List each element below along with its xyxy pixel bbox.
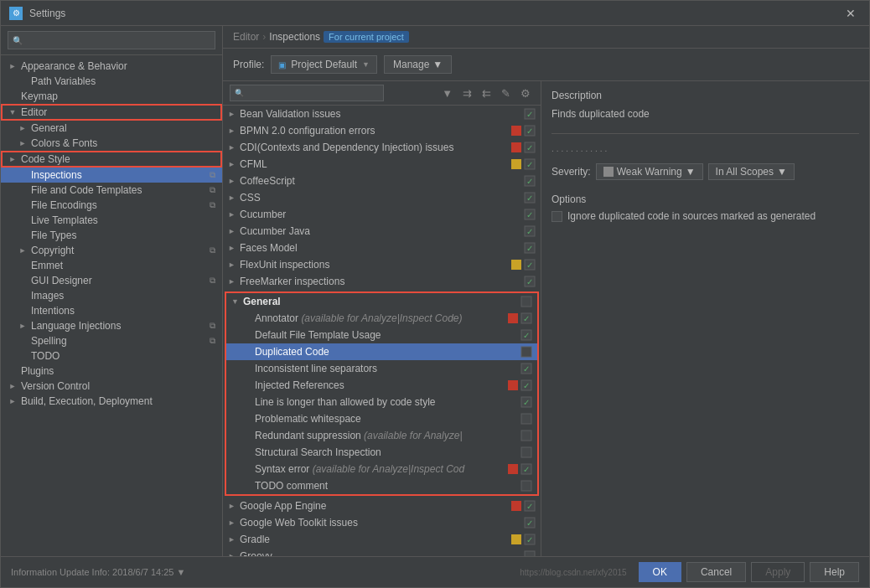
insp-cdi[interactable]: ► CDI(Contexts and Dependency Injection)… bbox=[223, 139, 541, 156]
insp-google-app-engine[interactable]: ► Google App Engine ✓ bbox=[223, 498, 541, 514]
sidebar-item-path-variables[interactable]: Path Variables bbox=[1, 74, 222, 89]
svg-text:✓: ✓ bbox=[526, 277, 533, 286]
sidebar-item-plugins[interactable]: Plugins bbox=[1, 364, 222, 379]
sidebar-item-editor[interactable]: Editor bbox=[1, 104, 222, 121]
severity-row: Severity: Weak Warning ▼ In All Scopes ▼ bbox=[552, 163, 859, 180]
sidebar-item-file-code-templates[interactable]: File and Code Templates ⧉ bbox=[1, 183, 222, 198]
insp-coffeescript[interactable]: ► CoffeeScript ✓ bbox=[223, 173, 541, 189]
sidebar-item-version-control[interactable]: Version Control bbox=[1, 379, 222, 394]
sidebar-item-live-templates[interactable]: Live Templates bbox=[1, 213, 222, 228]
severity-color-indicator bbox=[511, 159, 521, 169]
insp-gradle[interactable]: ► Gradle ✓ bbox=[223, 531, 541, 548]
sidebar-item-todo[interactable]: TODO bbox=[1, 348, 222, 364]
manage-button[interactable]: Manage ▼ bbox=[384, 55, 452, 74]
decoration-dots: ............ bbox=[552, 144, 859, 153]
insp-syntax-error[interactable]: Syntax error (available for Analyze|Insp… bbox=[226, 461, 537, 477]
check-placeholder bbox=[524, 550, 536, 556]
scope-dropdown[interactable]: In All Scopes ▼ bbox=[708, 163, 795, 180]
leaf-icon bbox=[18, 230, 28, 240]
scope-arrow-icon: ▼ bbox=[777, 166, 787, 178]
row-arrow-icon: ► bbox=[228, 502, 240, 510]
settings-button[interactable]: ⚙ bbox=[517, 85, 534, 101]
main-content: Appearance & Behavior Path Variables Key… bbox=[1, 26, 869, 556]
filter-button[interactable]: ▼ bbox=[438, 85, 456, 101]
cancel-button[interactable]: Cancel bbox=[686, 562, 746, 582]
sidebar-item-file-encodings[interactable]: File Encodings ⧉ bbox=[1, 198, 222, 213]
profile-dropdown[interactable]: ▣ Project Default ▼ bbox=[271, 55, 377, 74]
svg-text:✓: ✓ bbox=[523, 314, 530, 323]
sidebar-item-images[interactable]: Images bbox=[1, 288, 222, 303]
severity-color-indicator bbox=[511, 142, 521, 152]
breadcrumb-editor: Editor bbox=[233, 31, 259, 43]
apply-button[interactable]: Apply bbox=[751, 562, 805, 582]
insp-annotator[interactable]: Annotator (available for Analyze|Inspect… bbox=[226, 310, 537, 327]
sidebar-item-copyright[interactable]: Copyright ⧉ bbox=[1, 243, 222, 258]
insp-redundant-suppression[interactable]: Redundant suppression (available for Ana… bbox=[226, 427, 537, 444]
inspections-list: ▼ ⇉ ⇇ ✎ ⚙ ► Bean Validation issues ✓ bbox=[223, 81, 541, 556]
svg-rect-27 bbox=[521, 347, 531, 357]
insp-faces-model[interactable]: ► Faces Model ✓ bbox=[223, 240, 541, 256]
scope-value: In All Scopes bbox=[716, 166, 774, 178]
insp-cucumber-java[interactable]: ► Cucumber Java ✓ bbox=[223, 223, 541, 240]
insp-groovy[interactable]: ► Groovy bbox=[223, 548, 541, 556]
row-arrow-icon: ► bbox=[228, 177, 240, 185]
insp-general-section[interactable]: ▼ General bbox=[226, 293, 537, 310]
sidebar-item-build[interactable]: Build, Execution, Deployment bbox=[1, 394, 222, 409]
insp-css[interactable]: ► CSS ✓ bbox=[223, 189, 541, 206]
insp-bean-validation[interactable]: ► Bean Validation issues ✓ bbox=[223, 106, 541, 122]
sidebar-item-keymap[interactable]: Keymap bbox=[1, 89, 222, 104]
close-button[interactable]: ✕ bbox=[841, 5, 861, 22]
sidebar-item-language-injections[interactable]: Language Injections ⧉ bbox=[1, 318, 222, 333]
svg-text:✓: ✓ bbox=[523, 331, 530, 340]
insp-duplicated-code[interactable]: Duplicated Code bbox=[226, 343, 537, 360]
severity-label: Severity: bbox=[552, 166, 591, 178]
sidebar-item-general[interactable]: General bbox=[1, 121, 222, 136]
insp-inconsistent-line[interactable]: Inconsistent line separators ✓ bbox=[226, 360, 537, 377]
search-bar bbox=[1, 26, 222, 55]
insp-cucumber[interactable]: ► Cucumber ✓ bbox=[223, 206, 541, 223]
sidebar-item-gui-designer[interactable]: GUI Designer ⧉ bbox=[1, 273, 222, 288]
ok-button[interactable]: OK bbox=[639, 562, 681, 582]
option-checkbox[interactable] bbox=[552, 211, 562, 222]
sidebar-item-code-style[interactable]: Code Style bbox=[1, 151, 222, 168]
severity-color-indicator bbox=[511, 126, 521, 136]
profile-bar: Profile: ▣ Project Default ▼ Manage ▼ bbox=[223, 49, 869, 81]
insp-line-longer[interactable]: Line is longer than allowed by code styl… bbox=[226, 394, 537, 410]
insp-problematic-whitespace[interactable]: Problematic whitespace bbox=[226, 410, 537, 427]
check-icon: ✓ bbox=[520, 312, 532, 324]
insp-flexunit[interactable]: ► FlexUnit inspections ✓ bbox=[223, 256, 541, 273]
inspections-search-input[interactable] bbox=[230, 85, 384, 101]
settings-search-input[interactable] bbox=[8, 31, 215, 49]
sidebar-item-colors-fonts[interactable]: Colors & Fonts bbox=[1, 136, 222, 151]
expand-all-button[interactable]: ⇉ bbox=[459, 85, 475, 101]
sidebar-item-spelling[interactable]: Spelling ⧉ bbox=[1, 333, 222, 348]
check-icon: ✓ bbox=[520, 463, 532, 475]
insp-freemarker[interactable]: ► FreeMarker inspections ✓ bbox=[223, 273, 541, 290]
sidebar-item-appearance[interactable]: Appearance & Behavior bbox=[1, 59, 222, 74]
sidebar-item-inspections[interactable]: Inspections ⧉ bbox=[1, 168, 222, 183]
insp-google-web-toolkit[interactable]: ► Google Web Toolkit issues ✓ bbox=[223, 514, 541, 531]
check-icon: ✓ bbox=[524, 534, 536, 545]
edit-button[interactable]: ✎ bbox=[498, 85, 514, 101]
sidebar-item-file-types[interactable]: File Types bbox=[1, 228, 222, 243]
sidebar-item-emmet[interactable]: Emmet bbox=[1, 258, 222, 273]
arrow-icon bbox=[18, 321, 28, 331]
insp-bpmn[interactable]: ► BPMN 2.0 configuration errors ✓ bbox=[223, 122, 541, 139]
sidebar-item-intentions[interactable]: Intentions bbox=[1, 303, 222, 318]
options-section: Options Ignore duplicated code in source… bbox=[552, 193, 859, 222]
leaf-icon bbox=[18, 215, 28, 225]
breadcrumb: Editor › Inspections For current project bbox=[223, 26, 869, 49]
collapse-all-button[interactable]: ⇇ bbox=[479, 85, 495, 101]
help-button[interactable]: Help bbox=[810, 562, 859, 582]
svg-text:✓: ✓ bbox=[526, 227, 533, 236]
insp-cfml[interactable]: ► CFML ✓ bbox=[223, 156, 541, 173]
svg-rect-34 bbox=[521, 414, 531, 424]
insp-injected-references[interactable]: Injected References ✓ bbox=[226, 377, 537, 394]
arrow-icon bbox=[8, 107, 18, 117]
severity-dropdown[interactable]: Weak Warning ▼ bbox=[596, 163, 703, 180]
insp-default-file-template[interactable]: Default File Template Usage ✓ bbox=[226, 327, 537, 343]
insp-todo-comment[interactable]: TODO comment bbox=[226, 477, 537, 494]
arrow-icon bbox=[18, 138, 28, 148]
insp-structural-search[interactable]: Structural Search Inspection bbox=[226, 444, 537, 461]
check-placeholder bbox=[520, 480, 532, 492]
